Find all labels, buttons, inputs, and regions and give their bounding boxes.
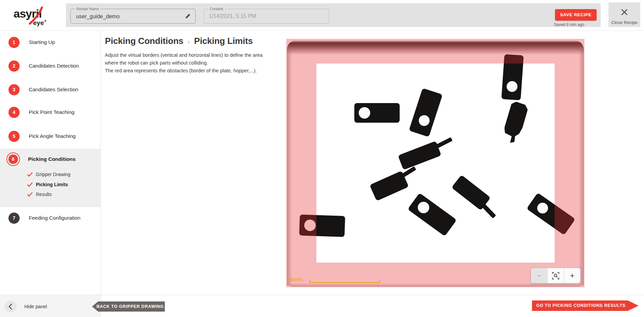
svg-text:asyril: asyril — [14, 7, 42, 20]
sidebar: 1 Starting Up 2 Candidates Detection 3 C… — [0, 31, 101, 295]
check-icon — [27, 182, 33, 187]
save-recipe-button[interactable]: SAVE RECIPE — [555, 9, 597, 21]
saved-status: Saved 8 min ago — [541, 22, 597, 27]
fit-view-button[interactable] — [548, 268, 564, 283]
sidebar-subitem-label: Results — [36, 192, 52, 197]
picking-limits-viewer[interactable]: 50mm − + — [286, 39, 584, 287]
sidebar-item-label: Pick Point Teaching — [29, 109, 74, 115]
part-silhouette — [409, 88, 443, 137]
scale-bar — [310, 279, 380, 283]
breadcrumb-parent: Picking Conditions — [105, 36, 183, 46]
pencil-icon — [185, 13, 191, 19]
sidebar-item-candidates-selection[interactable]: 3 Candidates Selection — [0, 84, 101, 95]
zoom-out-button[interactable]: − — [531, 268, 548, 283]
parts-layer — [286, 39, 584, 287]
step-number-badge: 2 — [8, 60, 20, 72]
sidebar-item-label: Candidates Detection — [29, 63, 79, 69]
plus-icon: + — [570, 272, 575, 279]
sidebar-item-pick-point-teaching[interactable]: 4 Pick Point Teaching — [0, 106, 101, 118]
zoom-in-button[interactable]: + — [564, 268, 580, 283]
close-recipe-label: Close Recipe — [608, 20, 640, 25]
scale-label: 50mm — [290, 277, 303, 282]
part-hole — [417, 114, 431, 127]
part-hole — [506, 80, 517, 92]
description-line: Adjust the virtual borders (vertical and… — [105, 51, 281, 59]
brand-logo: asyril eye + — [13, 5, 57, 26]
part-silhouette — [451, 175, 491, 211]
picking-limit-border-bottom[interactable] — [316, 263, 555, 287]
sidebar-item-candidates-detection[interactable]: 2 Candidates Detection — [0, 60, 101, 72]
sidebar-item-picking-conditions[interactable]: 6 Picking Conditions — [0, 152, 101, 166]
created-field: Created 1/14/2021, 5:15 PM — [204, 9, 329, 24]
sidebar-item-label: Candidates Selection — [29, 87, 79, 93]
minus-icon: − — [537, 272, 541, 279]
page-title: Picking Limits — [194, 36, 253, 46]
check-icon — [27, 192, 33, 197]
part-hole — [535, 201, 550, 216]
sidebar-item-label: Pick Angle Teaching — [29, 133, 75, 139]
hide-panel-label: Hide panel — [24, 304, 47, 309]
part-silhouette — [407, 193, 457, 236]
description-line: where the robot can pick parts without c… — [105, 59, 281, 67]
picking-limit-border-top[interactable] — [316, 39, 555, 64]
hide-panel-button[interactable] — [4, 300, 17, 313]
chevron-right-icon: › — [188, 39, 190, 45]
step-number-badge: 5 — [8, 131, 20, 142]
sidebar-subitem-results[interactable]: Results — [0, 191, 101, 198]
sidebar-subitem-picking-limits[interactable]: Picking Limits — [0, 181, 101, 188]
sidebar-item-label: Picking Conditions — [28, 156, 75, 162]
step-number-badge: 6 — [8, 154, 18, 164]
sidebar-subitem-label: Gripper Drawing — [36, 172, 70, 177]
part-silhouette — [501, 100, 529, 145]
asyril-logo-icon: asyril eye + — [13, 5, 57, 26]
svg-text:eye: eye — [33, 19, 44, 26]
picking-limit-border-left[interactable] — [286, 39, 316, 287]
recipe-name-field[interactable]: Recipe Name — [70, 9, 196, 24]
part-silhouette — [354, 103, 400, 123]
edit-recipe-button[interactable] — [185, 13, 192, 20]
app-window: asyril eye + Recipe Name Created 1/14/20… — [0, 0, 644, 317]
sidebar-footer: Hide panel — [0, 295, 101, 317]
part-arm — [506, 136, 510, 148]
description-line: The red area represents the obstacles (b… — [105, 67, 281, 75]
sidebar-item-label: Feeding Configuration — [29, 215, 81, 221]
zoom-toolbar: − + — [531, 268, 580, 283]
check-icon — [27, 172, 33, 177]
fit-view-icon — [552, 272, 559, 279]
go-to-picking-conditions-results-button[interactable]: GO TO PICKING CONDITIONS RESULTS — [532, 300, 639, 311]
sidebar-item-label: Starting Up — [29, 39, 55, 45]
svg-text:+: + — [44, 18, 47, 23]
part-silhouette — [370, 171, 409, 201]
breadcrumb: Picking Conditions › Picking Limits — [105, 36, 253, 46]
sidebar-subitem-gripper-drawing[interactable]: Gripper Drawing — [0, 171, 101, 178]
chevron-left-icon — [8, 303, 13, 310]
step-number-badge: 1 — [8, 37, 20, 48]
back-to-gripper-drawing-button[interactable]: BACK TO GRIPPER DRAWING — [92, 301, 165, 312]
active-step-ring: 6 — [6, 152, 20, 166]
part-arm — [481, 203, 496, 218]
step-number-badge: 7 — [8, 213, 20, 224]
part-hole — [359, 107, 370, 119]
step-number-badge: 3 — [8, 84, 20, 95]
sidebar-item-feeding-configuration[interactable]: 7 Feeding Configuration — [0, 212, 101, 224]
page-description: Adjust the virtual borders (vertical and… — [105, 51, 281, 75]
close-icon — [619, 7, 629, 19]
close-recipe-button[interactable]: Close Recipe — [608, 2, 640, 27]
sidebar-item-starting-up[interactable]: 1 Starting Up — [0, 36, 101, 48]
recipe-name-input[interactable] — [75, 9, 175, 24]
created-value: 1/14/2021, 5:15 PM — [209, 9, 307, 23]
step-number-badge: 4 — [8, 107, 20, 118]
part-silhouette — [398, 141, 442, 170]
picking-limit-border-right[interactable] — [555, 39, 584, 287]
part-hole — [416, 199, 431, 215]
sidebar-subitem-label: Picking Limits — [36, 182, 68, 187]
sidebar-item-pick-angle-teaching[interactable]: 5 Pick Angle Teaching — [0, 130, 101, 142]
part-arm — [435, 137, 453, 149]
